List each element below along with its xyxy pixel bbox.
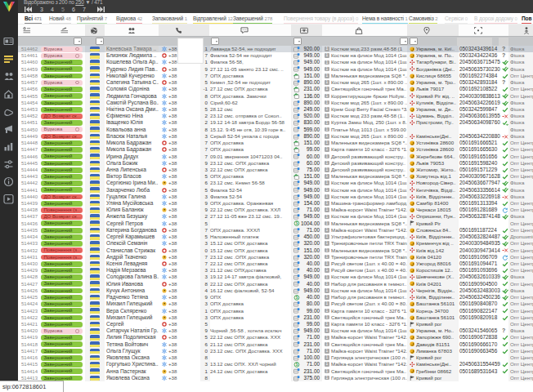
- svg-text:$: $: [296, 363, 298, 367]
- svg-text:$: $: [296, 222, 298, 226]
- svg-text:$: $: [296, 296, 298, 300]
